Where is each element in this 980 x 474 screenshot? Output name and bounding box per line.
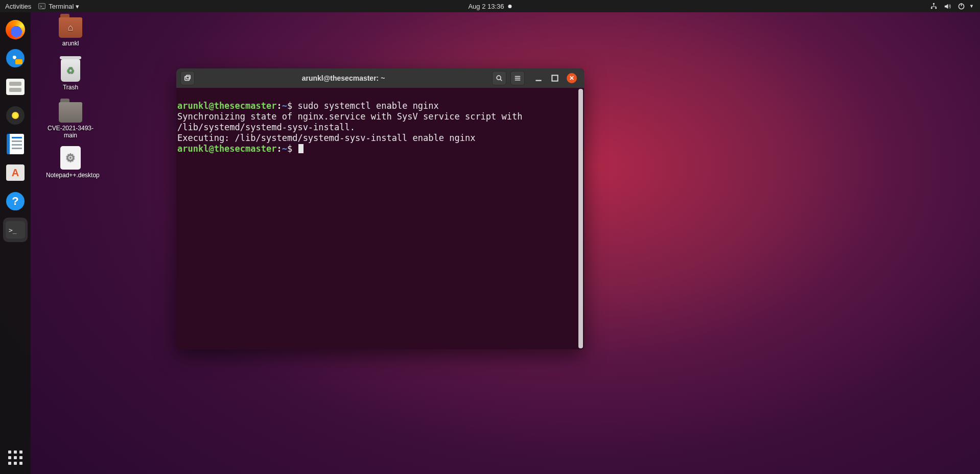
app-menu[interactable]: >_ Terminal ▾: [38, 3, 79, 10]
close-button[interactable]: ✕: [567, 73, 577, 83]
desktop-icon-label: Trash: [46, 84, 95, 91]
terminal-window: arunkl@thesecmaster: ~ ✕ arunkl@thesecma…: [176, 68, 584, 349]
help-icon: ?: [6, 192, 25, 210]
terminal-icon: >_: [38, 3, 45, 9]
window-title: arunkl@thesecmaster: ~: [199, 74, 488, 82]
search-button[interactable]: [492, 71, 506, 85]
minimize-button[interactable]: [534, 74, 543, 83]
prompt-user-host: arunkl@thesecmaster: [177, 144, 276, 154]
dock-terminal[interactable]: >_: [3, 218, 28, 242]
folder-home-icon: [59, 17, 82, 38]
writer-icon: [7, 134, 24, 154]
search-icon: [496, 75, 503, 82]
svg-rect-3: [934, 4, 934, 6]
desktop-icon-label: arunkl: [46, 40, 95, 47]
minimize-icon: [534, 74, 543, 83]
network-icon: [930, 3, 938, 10]
terminal-content: arunkl@thesecmaster:~$ sudo systemctl en…: [177, 90, 581, 165]
prompt-path: ~: [282, 144, 287, 154]
desktop-icon-home[interactable]: arunkl: [46, 17, 95, 47]
desktop: arunkl Trash CVE-2021-3493-main Notepad+…: [31, 12, 980, 474]
hamburger-menu-button[interactable]: [510, 71, 525, 85]
thunderbird-icon: [6, 49, 25, 67]
svg-rect-4: [931, 6, 936, 7]
terminal-scrollbar[interactable]: [578, 89, 583, 348]
hamburger-icon: [514, 75, 521, 82]
dock-software[interactable]: [3, 160, 28, 185]
dock-thunderbird[interactable]: [3, 46, 28, 70]
terminal-body[interactable]: arunkl@thesecmaster:~$ sudo systemctl en…: [176, 88, 584, 349]
dock: ? >_: [0, 12, 31, 474]
svg-point-11: [497, 76, 501, 80]
show-apps-button[interactable]: [5, 447, 26, 468]
chevron-down-icon: ▼: [969, 4, 974, 9]
folder-icon: [59, 102, 82, 123]
terminal-output: Synchronizing state of nginx.service wit…: [177, 111, 528, 132]
prompt-path: ~: [282, 101, 287, 111]
svg-rect-5: [931, 6, 932, 8]
clock[interactable]: Aug 2 13:36: [468, 3, 504, 10]
desktop-file-icon: [60, 146, 81, 170]
desktop-icon-trash[interactable]: Trash: [46, 59, 95, 91]
terminal-icon: >_: [6, 221, 25, 239]
dock-firefox[interactable]: [3, 17, 28, 42]
desktop-icon-notepadpp[interactable]: Notepad++.desktop: [46, 146, 95, 179]
window-titlebar[interactable]: arunkl@thesecmaster: ~ ✕: [176, 68, 584, 88]
svg-rect-17: [552, 75, 557, 81]
svg-rect-6: [936, 6, 936, 8]
maximize-icon: [550, 74, 559, 83]
terminal-command: sudo systemctl enable nginx: [297, 101, 438, 111]
notification-dot-icon: [508, 5, 512, 8]
system-tray[interactable]: ▼: [930, 3, 980, 10]
dock-writer[interactable]: [3, 132, 28, 156]
svg-rect-8: [961, 3, 962, 6]
prompt-symbol: $: [287, 144, 292, 154]
volume-icon: [944, 3, 951, 10]
prompt-symbol: $: [287, 101, 292, 111]
desktop-icon-label: Notepad++.desktop: [46, 172, 95, 179]
terminal-output: Executing: /lib/systemd/systemd-sysv-ins…: [177, 133, 475, 143]
prompt-user-host: arunkl@thesecmaster: [177, 101, 276, 111]
dock-files[interactable]: [3, 75, 28, 99]
firefox-icon: [6, 20, 25, 39]
activities-button[interactable]: Activities: [5, 3, 31, 10]
app-menu-label: Terminal ▾: [49, 3, 79, 10]
trash-icon: [61, 59, 80, 82]
rhythmbox-icon: [6, 106, 25, 125]
new-tab-icon: [184, 75, 191, 82]
files-icon: [6, 79, 25, 95]
desktop-icon-label: CVE-2021-3493-main: [46, 125, 95, 139]
dock-rhythmbox[interactable]: [3, 103, 28, 128]
desktop-icon-folder[interactable]: CVE-2021-3493-main: [46, 102, 95, 139]
svg-line-12: [500, 79, 502, 81]
terminal-cursor: [298, 144, 304, 153]
maximize-button[interactable]: [550, 74, 559, 83]
top-bar: Activities >_ Terminal ▾ Aug 2 13:36 ▼: [0, 0, 980, 12]
close-icon: ✕: [569, 75, 574, 82]
power-icon: [958, 3, 965, 10]
new-tab-button[interactable]: [180, 71, 195, 85]
dock-help[interactable]: ?: [3, 189, 28, 214]
svg-rect-0: [933, 3, 935, 4]
software-icon: [6, 164, 25, 181]
scrollbar-thumb[interactable]: [578, 89, 583, 348]
